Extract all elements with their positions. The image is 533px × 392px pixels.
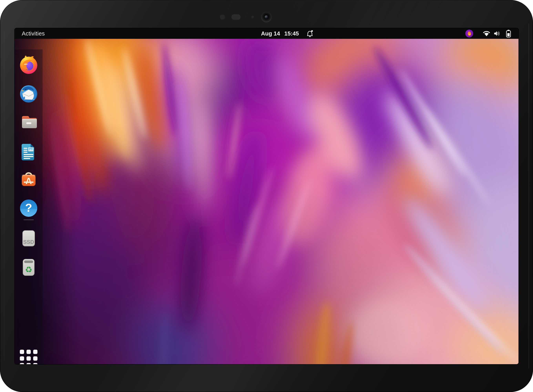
- ambient-sensor-icon: [220, 14, 225, 20]
- flame-app-indicator-icon: [465, 29, 473, 38]
- dock-item-ubuntu-software[interactable]: A: [19, 169, 38, 188]
- battery-icon: [506, 29, 511, 38]
- ssd-label: SSD: [23, 239, 34, 245]
- firefox-icon: [19, 56, 38, 74]
- dock-item-files[interactable]: [19, 112, 38, 131]
- dock-item-trash[interactable]: ♻: [19, 258, 38, 277]
- dock-separator: [24, 219, 34, 220]
- front-camera-lens: [265, 15, 268, 19]
- bezel-seam-right: [528, 23, 529, 369]
- desktop-wallpaper: A ?: [15, 39, 519, 364]
- quick-settings-button[interactable]: [483, 28, 490, 39]
- dock-item-firefox[interactable]: [19, 56, 38, 74]
- device-frame: A ?: [0, 0, 533, 392]
- libreoffice-writer-icon: [19, 142, 38, 161]
- wifi-icon: [483, 30, 490, 37]
- app-indicator-button[interactable]: [465, 28, 473, 39]
- files-icon: [19, 112, 38, 131]
- dock-item-ssd-drive[interactable]: SSD: [19, 229, 38, 248]
- dock-item-libreoffice-writer[interactable]: [19, 142, 38, 161]
- bezel-seam-left: [4, 31, 4, 361]
- help-icon: ?: [19, 199, 38, 218]
- recycle-glyph: ♻: [25, 265, 32, 274]
- dock: A ?: [15, 49, 43, 364]
- clock-button[interactable]: Aug 14 15:45: [261, 28, 314, 39]
- clock-time: 15:45: [284, 30, 299, 37]
- clock-date: Aug 14: [261, 30, 280, 37]
- activities-label: Activities: [22, 30, 45, 37]
- dock-item-help[interactable]: ?: [19, 199, 38, 218]
- notification-bell-icon: [307, 30, 313, 37]
- software-letter: A: [25, 176, 32, 186]
- volume-icon: [493, 30, 500, 37]
- battery-button[interactable]: [506, 28, 511, 39]
- app-grid-button[interactable]: [20, 350, 38, 364]
- mic-dot-icon: [251, 16, 254, 18]
- dock-item-thunderbird[interactable]: [19, 84, 38, 103]
- wallpaper-art: [15, 39, 519, 364]
- top-bar: Activities Aug 14 15:45: [15, 28, 519, 39]
- app-grid-icon: [20, 350, 24, 354]
- ssd-drive-icon: SSD: [19, 229, 38, 248]
- help-question-glyph: ?: [25, 201, 32, 214]
- volume-button[interactable]: [493, 28, 500, 39]
- ir-sensor-icon: [232, 14, 241, 20]
- screen: A ?: [15, 28, 519, 364]
- ubuntu-software-icon: A: [19, 169, 38, 188]
- thunderbird-icon: [19, 84, 38, 103]
- trash-icon: ♻: [19, 258, 38, 277]
- activities-button[interactable]: Activities: [15, 28, 49, 39]
